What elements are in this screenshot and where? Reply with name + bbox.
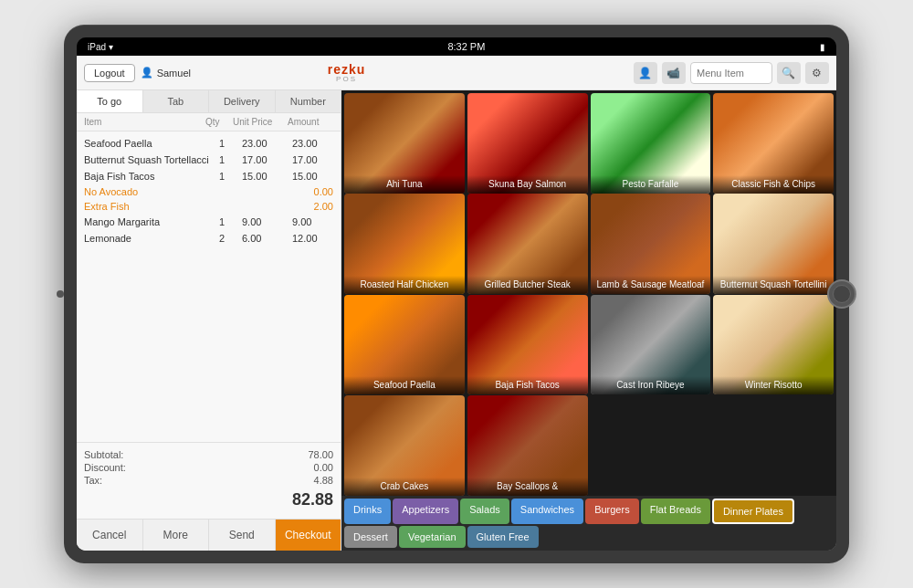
cat-tab-gluten-free[interactable]: Gluten Free [467, 526, 539, 548]
menu-item-bay-scallops[interactable]: Bay Scallops & [467, 395, 588, 496]
cat-tab-drinks[interactable]: Drinks [344, 499, 391, 524]
action-buttons: Cancel More Send Checkout [77, 519, 341, 551]
logo-sub: POS [336, 76, 357, 83]
more-button[interactable]: More [143, 520, 210, 551]
menu-item-seafood-paella[interactable]: Seafood Paella [344, 295, 465, 395]
menu-item-butcher-steak[interactable]: Grilled Butcher Steak [467, 194, 588, 294]
table-row[interactable]: Mango Margarita 1 9.00 9.00 [77, 214, 341, 230]
tax-label: Tax: [84, 475, 102, 486]
table-row[interactable]: Butternut Squash Tortellacci 1 17.00 17.… [77, 152, 341, 168]
discount-row: Discount: 0.00 [84, 461, 333, 474]
nav-icons: 👤 📹 🔍 ⚙ [634, 62, 829, 84]
cat-tab-vegetarian[interactable]: Vegetarian [399, 526, 466, 548]
settings-button[interactable]: ⚙ [805, 62, 829, 84]
item-qty: 1 [219, 171, 242, 182]
discount-value: 0.00 [314, 462, 333, 473]
subtotal-row: Subtotal: 78.00 [84, 448, 333, 461]
menu-item-cast-iron-ribeye[interactable]: Cast Iron Ribeye [591, 295, 711, 395]
logout-button[interactable]: Logout [84, 64, 135, 82]
profile-icon-button[interactable]: 👤 [634, 62, 657, 84]
table-row[interactable]: Seafood Paella 1 23.00 23.00 [77, 135, 341, 152]
subtotals-section: Subtotal: 78.00 Discount: 0.00 Tax: 4.88… [77, 442, 341, 519]
tax-row: Tax: 4.88 [84, 474, 333, 487]
item-price: 23.00 [242, 138, 292, 149]
cat-tab-dessert[interactable]: Dessert [344, 526, 397, 548]
menu-item-skuna-salmon[interactable]: Skuna Bay Salmon [467, 93, 588, 194]
send-button[interactable]: Send [209, 520, 276, 551]
menu-item-butternut-tortellini[interactable]: Butternut Squash Tortellini [713, 194, 834, 294]
menu-item-fish-chips[interactable]: Classic Fish & Chips [713, 93, 834, 194]
cancel-button[interactable]: Cancel [77, 520, 143, 551]
item-price: 6.00 [242, 233, 292, 244]
table-row[interactable]: Lemonade 2 6.00 12.00 [77, 230, 341, 247]
menu-grid: Ahi Tuna Skuna Bay Salmon Pesto Farfalle… [341, 90, 836, 496]
tablet-device: iPad ▾ 8:32 PM ▮ Logout 👤 Samuel rezku P… [64, 25, 849, 563]
cat-tab-dinner-plates[interactable]: Dinner Plates [712, 499, 794, 524]
total-row: 82.88 [84, 487, 333, 513]
status-bar: iPad ▾ 8:32 PM ▮ [77, 37, 836, 56]
logo-main: rezku [328, 63, 366, 76]
item-amount: 9.00 [292, 216, 333, 227]
item-name: Mango Margarita [84, 216, 219, 227]
item-qty: 1 [219, 154, 242, 165]
order-tab-delivery[interactable]: Delivery [209, 90, 276, 112]
cat-tab-flat-breads[interactable]: Flat Breads [641, 499, 710, 524]
checkout-button[interactable]: Checkout [276, 520, 341, 551]
order-tab-to-go[interactable]: To go [77, 90, 143, 112]
discount-label: Discount: [84, 462, 126, 473]
cat-tab-sandwiches[interactable]: Sandwiches [511, 499, 583, 524]
user-label: 👤 Samuel [141, 67, 191, 79]
main-content: To goTabDeliveryNumber Item Qty Unit Pri… [77, 90, 836, 551]
home-button[interactable] [827, 279, 856, 309]
order-tabs: To goTabDeliveryNumber [77, 90, 341, 113]
user-icon: 👤 [141, 67, 153, 79]
item-name: Seafood Paella [84, 138, 219, 149]
user-name: Samuel [157, 68, 191, 79]
left-panel: To goTabDeliveryNumber Item Qty Unit Pri… [77, 90, 341, 551]
camera-dot [57, 290, 64, 298]
search-input[interactable] [690, 62, 772, 84]
category-tabs: Drinks Appetizers Salads Sandwiches Burg… [341, 496, 836, 551]
order-tab-tab[interactable]: Tab [143, 90, 210, 112]
menu-item-winter-risotto[interactable]: Winter Risotto [713, 295, 834, 395]
status-bar-left: iPad ▾ [88, 42, 113, 52]
item-amount: 15.00 [292, 171, 333, 182]
col-unit-price: Unit Price [233, 117, 288, 127]
search-button[interactable]: 🔍 [777, 62, 801, 84]
item-qty: 1 [219, 138, 242, 149]
order-tab-number[interactable]: Number [276, 90, 341, 112]
order-header: Item Qty Unit Price Amount [77, 113, 341, 131]
right-panel: Ahi Tuna Skuna Bay Salmon Pesto Farfalle… [341, 90, 836, 551]
item-qty: 2 [219, 233, 242, 244]
menu-item-roasted-chicken[interactable]: Roasted Half Chicken [344, 194, 465, 294]
menu-item-baja-fish-tacos[interactable]: Baja Fish Tacos [467, 295, 588, 395]
menu-item-ahi-tuna[interactable]: Ahi Tuna [344, 93, 465, 194]
item-amount: 23.00 [292, 138, 333, 149]
table-row[interactable]: Baja Fish Tacos 1 15.00 15.00 [77, 168, 341, 184]
menu-item-crab-cakes[interactable]: Crab Cakes [344, 395, 465, 496]
cat-tab-burgers[interactable]: Burgers [585, 499, 639, 524]
col-amount: Amount [288, 117, 333, 127]
battery-icon: ▮ [820, 42, 825, 52]
mod-name: Extra Fish [84, 201, 130, 212]
tablet-screen: iPad ▾ 8:32 PM ▮ Logout 👤 Samuel rezku P… [77, 37, 836, 551]
item-amount: 17.00 [292, 154, 333, 165]
item-qty: 1 [219, 216, 242, 227]
rezku-logo: rezku POS [328, 63, 366, 83]
cat-tab-appetizers[interactable]: Appetizers [393, 499, 458, 524]
total-value: 82.88 [292, 490, 333, 509]
order-modifier[interactable]: No Avocado 0.00 [77, 184, 341, 199]
top-nav: Logout 👤 Samuel rezku POS 👤 📹 🔍 ⚙ [77, 56, 836, 90]
mod-amount: 2.00 [314, 201, 333, 212]
cat-tab-salads[interactable]: Salads [460, 499, 509, 524]
order-modifier[interactable]: Extra Fish 2.00 [77, 199, 341, 214]
mod-amount: 0.00 [314, 186, 333, 197]
item-name: Baja Fish Tacos [84, 171, 219, 182]
time-display: 8:32 PM [447, 41, 485, 52]
video-icon-button[interactable]: 📹 [662, 62, 686, 84]
menu-item-lamb-sausage[interactable]: Lamb & Sausage Meatloaf [591, 194, 711, 294]
item-price: 9.00 [242, 216, 292, 227]
status-bar-right: ▮ [820, 42, 825, 52]
ipad-label: iPad ▾ [88, 42, 113, 52]
menu-item-pesto-farfalle[interactable]: Pesto Farfalle [591, 93, 711, 194]
